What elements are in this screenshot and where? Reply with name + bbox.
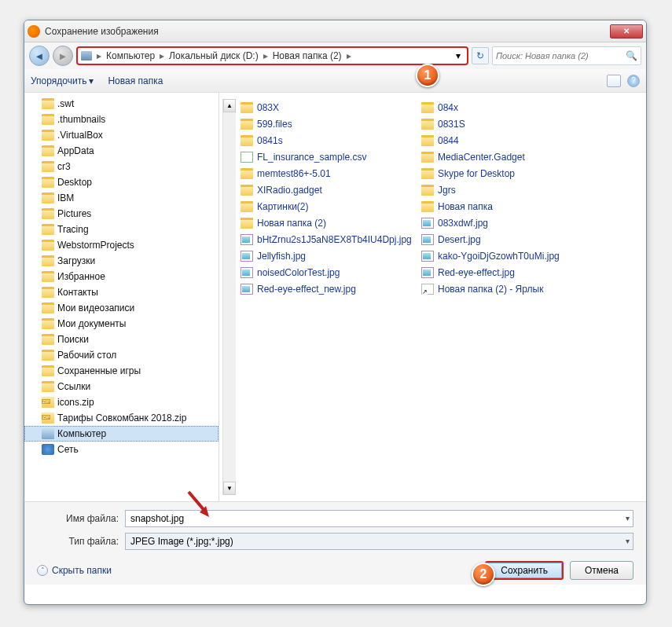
tree-item[interactable]: Ссылки xyxy=(24,379,218,394)
tree-item-label: icons.zip xyxy=(57,397,94,408)
file-item[interactable]: kako-YgoiDjGzowhT0uMi.jpg xyxy=(417,248,597,264)
file-item[interactable]: 083xdwf.jpg xyxy=(417,214,597,231)
save-button[interactable]: Сохранить xyxy=(485,561,564,580)
file-item[interactable]: memtest86+-5.01 xyxy=(236,165,417,182)
search-input[interactable] xyxy=(496,51,622,60)
tree-item[interactable]: Тарифы Совкомбанк 2018.zip xyxy=(24,410,218,426)
file-item[interactable]: Red-eye-effect.jpg xyxy=(417,264,597,280)
close-button[interactable]: ✕ xyxy=(610,24,643,38)
toolbar: Упорядочить ▾ Новая папка ? xyxy=(24,69,646,93)
tree-item[interactable]: Pictures xyxy=(24,206,218,222)
file-item[interactable]: Новая папка xyxy=(417,198,597,214)
img-icon xyxy=(241,234,253,245)
file-item[interactable]: 0841s xyxy=(236,132,417,148)
file-item[interactable]: 083X xyxy=(236,99,417,116)
file-item-label: kako-YgoiDjGzowhT0uMi.jpg xyxy=(438,251,560,262)
tree-item[interactable]: IBM xyxy=(24,190,218,206)
tree-item-label: .thumbnails xyxy=(57,114,105,125)
img-icon xyxy=(241,284,253,295)
folder-tree[interactable]: .swt.thumbnails.VirtualBoxAppDatacr3Desk… xyxy=(24,93,219,501)
folder-icon xyxy=(42,208,54,219)
file-item[interactable]: Новая папка (2) xyxy=(236,214,417,231)
file-item[interactable]: Jellyfish.jpg xyxy=(236,248,417,264)
crumb-computer[interactable]: Компьютер xyxy=(103,50,158,61)
file-item-label: memtest86+-5.01 xyxy=(257,168,331,179)
refresh-button[interactable]: ↻ xyxy=(472,47,489,64)
tree-item[interactable]: Мои видеозаписи xyxy=(24,300,218,316)
window-title: Сохранение изображения xyxy=(45,26,610,37)
folder-icon xyxy=(42,318,54,329)
file-item[interactable]: 0844 xyxy=(417,132,597,148)
help-button[interactable]: ? xyxy=(627,75,640,87)
tree-item[interactable]: Tracing xyxy=(24,222,218,237)
tree-item[interactable]: Компьютер xyxy=(24,426,218,442)
file-item[interactable]: Skype for Desktop xyxy=(417,165,597,182)
filetype-combo[interactable]: JPEG Image (*.jpg;*.jpg) ▾ xyxy=(125,533,633,550)
breadcrumb-address[interactable]: ▸ Компьютер ▸ Локальный диск (D:) ▸ Нова… xyxy=(76,46,468,65)
tree-item[interactable]: Контакты xyxy=(24,284,218,300)
file-item[interactable]: Новая папка (2) - Ярлык xyxy=(417,280,597,297)
tree-item[interactable]: .thumbnails xyxy=(24,112,218,127)
tree-item[interactable]: .swt xyxy=(24,96,218,112)
scroll-up-button[interactable]: ▲ xyxy=(223,99,236,112)
titlebar[interactable]: Сохранение изображения ✕ xyxy=(24,20,646,42)
chevron-down-icon[interactable]: ▾ xyxy=(626,514,630,522)
scrollbar-track[interactable] xyxy=(223,112,236,482)
filename-field[interactable]: ▾ xyxy=(125,510,633,527)
folder-icon xyxy=(421,102,434,113)
tree-item-label: Tracing xyxy=(57,224,89,235)
tree-item[interactable]: Сохраненные игры xyxy=(24,363,218,379)
file-item[interactable]: Red-eye-effect_new.jpg xyxy=(236,280,417,297)
tree-item[interactable]: WebstormProjects xyxy=(24,237,218,253)
file-item-label: FL_insurance_sample.csv xyxy=(257,152,366,163)
file-item[interactable]: 084x xyxy=(417,99,597,116)
save-dialog-window: Сохранение изображения ✕ ◄ ► ▸ Компьютер… xyxy=(24,20,647,605)
folder-icon xyxy=(42,130,54,141)
folder-icon xyxy=(42,350,54,361)
file-item[interactable]: Картинки(2) xyxy=(236,198,417,214)
nav-back-button[interactable]: ◄ xyxy=(29,46,50,66)
hide-folders-button[interactable]: ˄ Скрыть папки xyxy=(37,565,112,576)
cancel-button[interactable]: Отмена xyxy=(570,561,633,580)
tree-item-label: Контакты xyxy=(57,287,98,298)
folder-icon xyxy=(42,365,54,376)
file-item[interactable]: bHtZrnu2s1J5aN8EX8Tb4IU4Dpj.jpg xyxy=(236,231,417,248)
tree-item[interactable]: Мои документы xyxy=(24,316,218,332)
file-item[interactable]: 599.files xyxy=(236,116,417,132)
file-item[interactable]: Desert.jpg xyxy=(417,231,597,248)
file-item[interactable]: FL_insurance_sample.csv xyxy=(236,148,417,165)
tree-item[interactable]: Сеть xyxy=(24,442,218,457)
organize-button[interactable]: Упорядочить ▾ xyxy=(31,75,94,86)
crumb-folder[interactable]: Новая папка (2) xyxy=(270,50,345,61)
nav-forward-button[interactable]: ► xyxy=(53,46,73,66)
tree-item[interactable]: cr3 xyxy=(24,159,218,174)
file-item[interactable]: Jgrs xyxy=(417,182,597,198)
tree-item[interactable]: Поиски xyxy=(24,332,218,347)
file-item-label: Новая папка xyxy=(438,201,493,212)
file-item[interactable]: XIRadio.gadget xyxy=(236,182,417,198)
file-item[interactable]: noisedColorTest.jpg xyxy=(236,264,417,280)
tree-item[interactable]: Desktop xyxy=(24,174,218,190)
new-folder-button[interactable]: Новая папка xyxy=(108,75,163,86)
tree-item[interactable]: Избранное xyxy=(24,269,218,284)
view-mode-button[interactable] xyxy=(607,75,621,87)
tree-item[interactable]: .VirtualBox xyxy=(24,127,218,143)
tree-item[interactable]: Рабочий стол xyxy=(24,347,218,363)
crumb-drive[interactable]: Локальный диск (D:) xyxy=(166,50,262,61)
file-list[interactable]: ▲ ▼ 083X599.files0841sFL_insurance_sampl… xyxy=(219,93,646,501)
chevron-right-icon: ▸ xyxy=(95,50,103,61)
tree-item[interactable]: icons.zip xyxy=(24,394,218,410)
file-item[interactable]: 0831S xyxy=(417,116,597,132)
folder-icon xyxy=(42,114,54,125)
tree-item-label: Загрузки xyxy=(57,255,95,266)
scroll-down-button[interactable]: ▼ xyxy=(223,482,236,495)
tree-item[interactable]: AppData xyxy=(24,143,218,159)
address-dropdown[interactable]: ▾ xyxy=(453,50,464,61)
search-box[interactable]: 🔍 xyxy=(492,46,641,65)
file-item[interactable]: MediaCenter.Gadget xyxy=(417,148,597,165)
filename-input[interactable] xyxy=(130,513,628,524)
folder-icon xyxy=(421,168,434,179)
tree-item[interactable]: Загрузки xyxy=(24,253,218,269)
chevron-down-icon[interactable]: ▾ xyxy=(626,537,630,545)
img-icon xyxy=(421,267,434,278)
